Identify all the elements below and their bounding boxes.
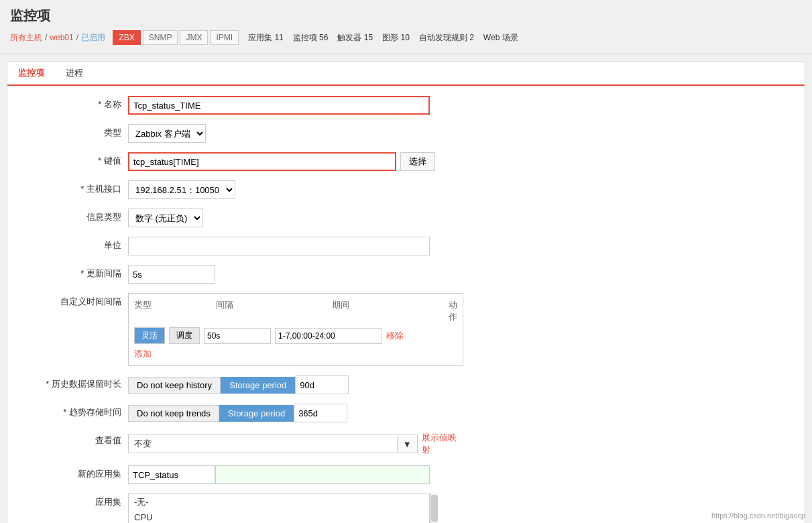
interface-label: * 主机接口: [21, 180, 128, 195]
new-app-control: [128, 465, 463, 484]
breadcrumb: 所有主机 / web01 / 已启用 ZBX SNMP JMX IPMI 应用集…: [10, 30, 802, 45]
scrollbar-track[interactable]: [430, 493, 438, 523]
info-type-select[interactable]: 数字 (无正负): [128, 209, 203, 227]
interval-header: 类型 间隔 期间 动作: [134, 299, 457, 323]
nav-web-scenarios[interactable]: Web 场景: [483, 32, 518, 44]
update-control: [128, 265, 463, 284]
breadcrumb-all-hosts[interactable]: 所有主机: [10, 32, 42, 44]
app-item-none[interactable]: -无-: [129, 494, 429, 510]
app-list-container: -无- CPU Filesystems General Memory Netwo…: [128, 493, 430, 523]
update-row: * 更新间隔: [21, 265, 791, 284]
nav-monitor-items[interactable]: 监控项 56: [293, 32, 329, 44]
name-input[interactable]: Tcp_status_TIME: [128, 96, 430, 115]
app-item-cpu[interactable]: CPU: [129, 510, 429, 523]
history-value-input[interactable]: [295, 375, 349, 394]
new-app-input[interactable]: [128, 465, 215, 484]
footer-url: https://blog.csdn.net/bigaocp: [711, 512, 805, 520]
new-app-container: [128, 465, 463, 484]
unit-row: 单位: [21, 237, 791, 255]
info-type-row: 信息类型 数字 (无正负): [21, 209, 791, 227]
new-app-label: 新的应用集: [21, 465, 128, 480]
add-link[interactable]: 添加: [134, 349, 152, 359]
value-map-value: 不变: [129, 435, 397, 453]
info-type-control: 数字 (无正负): [128, 209, 463, 227]
flexible-button[interactable]: 灵活: [134, 327, 165, 344]
trend-no-keep-button[interactable]: Do not keep trends: [128, 405, 219, 422]
interval-data-row: 灵活 调度 移除: [134, 327, 457, 344]
key-label: * 键值: [21, 152, 128, 167]
value-map-link[interactable]: 展示值映射: [422, 432, 463, 456]
page-header: 监控项 所有主机 / web01 / 已启用 ZBX SNMP JMX IPMI…: [0, 0, 812, 54]
trend-row: * 趋势存储时间 Do not keep trends Storage peri…: [21, 404, 791, 422]
breadcrumb-sep2: /: [76, 33, 78, 42]
info-type-label: 信息类型: [21, 209, 128, 223]
unit-label: 单位: [21, 237, 128, 251]
interface-control: 192.168.2.51：10050: [128, 180, 463, 199]
update-input[interactable]: [128, 265, 215, 284]
content-tabs: 监控项 进程: [7, 62, 805, 86]
nav-graphs[interactable]: 图形 10: [382, 32, 410, 44]
history-control: Do not keep history Storage period: [128, 375, 463, 394]
value-map-inner: 不变 ▼ 展示值映射: [128, 432, 463, 456]
interval-col-action: 动作: [449, 299, 457, 323]
trend-control: Do not keep trends Storage period: [128, 404, 463, 422]
nav-discovery-rules[interactable]: 自动发现规则 2: [419, 32, 474, 44]
trend-value-input[interactable]: [294, 404, 347, 422]
app-list-wrapper: -无- CPU Filesystems General Memory Netwo…: [128, 493, 463, 523]
custom-interval-row: 自定义时间间隔 类型 间隔 期间 动作 灵活 调度 移除: [21, 293, 791, 366]
add-row: 添加: [134, 348, 457, 360]
key-control: 选择: [128, 152, 463, 171]
app-set-row: 应用集 -无- CPU Filesystems General Memory N…: [21, 493, 791, 523]
type-control: Zabbix 客户端: [128, 124, 463, 143]
breadcrumb-host[interactable]: web01: [50, 33, 73, 42]
interval-value-input[interactable]: [204, 328, 271, 344]
value-map-row: 查看值 不变 ▼ 展示值映射: [21, 432, 791, 456]
key-row: * 键值 选择: [21, 152, 791, 171]
custom-interval-label: 自定义时间间隔: [21, 293, 128, 308]
interval-col-type: 类型: [134, 299, 216, 323]
breadcrumb-sep1: /: [45, 33, 47, 42]
protocol-tabs: ZBX SNMP JMX IPMI: [113, 30, 239, 45]
nav-triggers[interactable]: 触发器 15: [337, 32, 373, 44]
tab-processes[interactable]: 进程: [55, 62, 94, 86]
value-map-label: 查看值: [21, 432, 128, 447]
name-control: Tcp_status_TIME: [128, 96, 463, 115]
scrollbar-thumb: [431, 495, 438, 522]
remove-button[interactable]: 移除: [386, 330, 404, 342]
interval-col-period: 期间: [332, 299, 449, 323]
interface-select[interactable]: 192.168.2.51：10050: [128, 180, 235, 199]
new-app-row: 新的应用集: [21, 465, 791, 484]
new-app-dropdown[interactable]: [215, 465, 430, 484]
interval-col-interval: 间隔: [216, 299, 333, 323]
type-select[interactable]: Zabbix 客户端: [128, 124, 206, 143]
form-container: * 名称 Tcp_status_TIME 类型 Zabbix 客户端 * 键值 …: [7, 86, 805, 523]
trend-storage-row: Do not keep trends Storage period: [128, 404, 463, 422]
key-row-inner: 选择: [128, 152, 463, 171]
trend-storage-period-button[interactable]: Storage period: [219, 405, 294, 422]
tab-monitor-items[interactable]: 监控项: [7, 62, 55, 86]
value-map-select-wrapper: 不变 ▼: [128, 434, 418, 453]
protocol-tab-zbx[interactable]: ZBX: [113, 30, 140, 45]
protocol-tab-ipmi[interactable]: IPMI: [210, 30, 239, 45]
unit-control: [128, 237, 463, 255]
nav-app-set[interactable]: 应用集 11: [248, 32, 284, 44]
app-set-label: 应用集: [21, 493, 128, 508]
period-value-input[interactable]: [275, 328, 382, 344]
breadcrumb-status: 已启用: [81, 32, 105, 44]
history-label: * 历史数据保留时长: [21, 375, 128, 390]
unit-input[interactable]: [128, 237, 430, 255]
key-input[interactable]: [128, 152, 396, 171]
app-set-control: -无- CPU Filesystems General Memory Netwo…: [128, 493, 463, 523]
type-label: 类型: [21, 124, 128, 139]
history-row: * 历史数据保留时长 Do not keep history Storage p…: [21, 375, 791, 394]
trend-label: * 趋势存储时间: [21, 404, 128, 418]
custom-interval-table: 类型 间隔 期间 动作 灵活 调度 移除 添加: [128, 293, 463, 366]
key-select-button[interactable]: 选择: [400, 152, 435, 171]
protocol-tab-jmx[interactable]: JMX: [180, 30, 208, 45]
history-storage-period-button[interactable]: Storage period: [221, 377, 295, 394]
type-row: 类型 Zabbix 客户端: [21, 124, 791, 143]
scheduled-button[interactable]: 调度: [169, 327, 200, 344]
value-map-arrow[interactable]: ▼: [397, 437, 417, 452]
protocol-tab-snmp[interactable]: SNMP: [143, 30, 178, 45]
history-no-keep-button[interactable]: Do not keep history: [128, 377, 221, 394]
